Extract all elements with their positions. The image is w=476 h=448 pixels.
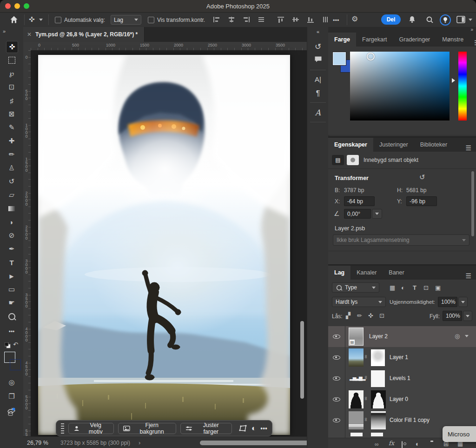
clone-stamp-tool[interactable]: ♙	[6, 162, 17, 174]
eraser-tool[interactable]: ▱	[6, 189, 17, 201]
history-panel-icon[interactable]: ↺	[307, 42, 329, 52]
dodge-tool[interactable]: ⊘	[6, 230, 17, 241]
layer-row-layer0[interactable]: ∞ Layer 0	[328, 389, 476, 410]
tab-lag[interactable]: Lag	[328, 266, 350, 280]
move-tool[interactable]: ✜	[6, 41, 18, 53]
layer-name[interactable]: Layer 2	[369, 333, 388, 340]
visibility-eye-icon[interactable]	[333, 418, 340, 422]
auto-select-dropdown[interactable]: Lag	[111, 15, 141, 25]
system-notification-tooltip[interactable]: Microso	[443, 426, 476, 442]
transform-icon[interactable]	[239, 425, 247, 432]
blend-mode-dropdown[interactable]: Hardt lys	[332, 297, 386, 307]
hue-slider-arrow[interactable]	[452, 78, 455, 83]
layer-thumbnail[interactable]: ▤	[349, 328, 364, 346]
properties-scrollbar[interactable]	[471, 171, 474, 236]
default-colors-icon[interactable]	[5, 342, 11, 348]
eyedropper-tool[interactable]: ✎	[6, 122, 17, 133]
shape-tool[interactable]: ▭	[6, 284, 17, 295]
layer-expand-chevron-icon[interactable]	[465, 335, 469, 337]
angle-dropdown[interactable]	[372, 209, 382, 219]
lock-pixels-icon[interactable]: ✏	[357, 312, 362, 319]
discover-lightbulb-icon[interactable]	[440, 14, 451, 26]
brush-tool[interactable]: ✏	[6, 149, 17, 160]
tab-justeringer[interactable]: Justeringer	[373, 138, 414, 152]
background-color-swatch[interactable]	[10, 359, 21, 370]
notifications-bell-icon[interactable]	[408, 15, 416, 24]
collapse-tools-icon[interactable]: »	[3, 29, 6, 34]
taskbar-drag-handle[interactable]	[61, 423, 64, 434]
reset-transform-icon[interactable]: ↺	[419, 174, 425, 181]
document-tab[interactable]: ✕ Tym.psd @ 26,8 % (Layer 2, RGB/16*) *	[23, 27, 145, 42]
fill-dropdown[interactable]	[463, 311, 472, 321]
remove-background-button[interactable]: Fjern bakgrunn	[118, 423, 176, 434]
adjustment-mask-thumbnail[interactable]	[371, 370, 385, 387]
visibility-eye-icon[interactable]	[333, 376, 340, 381]
smart-filter-icon[interactable]: ◎	[455, 333, 460, 340]
layer-row-layer1[interactable]: ∞ Layer 1	[328, 347, 476, 368]
angle-input[interactable]: 0,00°	[344, 209, 371, 219]
adjustment-icon[interactable]: ◐	[251, 424, 256, 433]
pen-tool[interactable]: ✒	[6, 243, 17, 254]
saturation-brightness-field[interactable]	[350, 52, 450, 120]
zoom-level[interactable]: 26,79 %	[27, 440, 48, 446]
filter-pixel-layers-icon[interactable]: ▦	[390, 284, 395, 291]
hand-tool[interactable]: ☛	[6, 297, 17, 308]
tab-egenskaper[interactable]: Egenskaper	[328, 138, 373, 152]
type-tool[interactable]: T	[6, 257, 17, 268]
align-bottom-icon[interactable]	[307, 16, 314, 23]
canvas-vertical-scrollbar[interactable]	[300, 321, 304, 399]
home-icon[interactable]	[9, 15, 19, 24]
crop-tool[interactable]: ♯	[6, 95, 17, 106]
x-input[interactable]: -64 bp	[344, 196, 375, 206]
marquee-tool[interactable]	[6, 54, 17, 66]
layer-styles-fx-icon[interactable]: fx	[389, 440, 394, 447]
opacity-value[interactable]: 100%	[438, 297, 457, 307]
panel-menu-icon[interactable]: ☰	[461, 272, 476, 280]
show-transform-checkbox[interactable]	[148, 17, 154, 23]
smart-object-badge-icon[interactable]: ▤	[332, 155, 344, 165]
opacity-dropdown[interactable]	[458, 297, 468, 307]
blur-tool[interactable]: ◗	[6, 216, 17, 227]
move-tool-icon[interactable]: ✜	[29, 16, 35, 23]
filter-type-layers-icon[interactable]: T	[413, 284, 416, 291]
share-document-icon[interactable]	[7, 408, 16, 416]
visibility-eye-icon[interactable]	[333, 397, 340, 401]
align-right-icon[interactable]	[243, 16, 250, 23]
canvas-artwork[interactable]	[38, 55, 290, 435]
hue-slider[interactable]	[458, 52, 467, 120]
layer-thumbnail[interactable]	[349, 390, 364, 408]
layer-row-layer2[interactable]: ▤ Layer 2 ◎	[328, 326, 476, 348]
align-middle-vertical-icon[interactable]	[292, 16, 299, 23]
tab-graderinger[interactable]: Graderinger	[393, 33, 436, 47]
link-layers-icon[interactable]: ∞	[375, 441, 379, 448]
collapse-panels-icon[interactable]: »	[470, 27, 473, 32]
layer-name[interactable]: Color Fill 1 copy	[390, 417, 430, 423]
close-tab-icon[interactable]: ✕	[27, 31, 32, 38]
align-center-horizontal-icon[interactable]	[228, 16, 235, 23]
layer-name[interactable]: Layer 1	[390, 354, 408, 361]
swap-colors-icon[interactable]: ↶	[13, 341, 18, 348]
align-top-icon[interactable]	[277, 16, 284, 23]
foreground-color-swatch-panel[interactable]	[333, 52, 346, 65]
zoom-tool[interactable]	[6, 311, 17, 322]
mask-link-icon[interactable]: ∞	[364, 397, 369, 401]
tool-preset-chevron-icon[interactable]	[39, 19, 43, 21]
visibility-eye-icon[interactable]	[333, 355, 340, 360]
comments-panel-icon[interactable]	[314, 56, 322, 63]
path-select-tool[interactable]: ►	[6, 270, 17, 281]
new-adjustment-layer-icon[interactable]: ◐	[416, 440, 419, 448]
filter-smart-object-icon[interactable]: ▣	[435, 284, 441, 291]
filter-shape-layers-icon[interactable]: ⊡	[423, 284, 429, 291]
expand-dock-icon[interactable]: «	[307, 29, 329, 34]
levels-histogram-icon[interactable]: ▂▅▃▆▂	[350, 375, 365, 381]
horizontal-ruler[interactable]: 0500100015002000250030003500	[31, 42, 307, 51]
align-left-icon[interactable]	[213, 16, 220, 23]
distribute-vertical-icon[interactable]	[322, 16, 329, 23]
paragraph-panel-icon[interactable]: ¶	[307, 89, 329, 98]
workspace-switcher-icon[interactable]	[456, 16, 465, 23]
gear-icon[interactable]: ⚙	[351, 15, 358, 23]
layer-thumbnail[interactable]	[349, 348, 364, 367]
layer-filter-dropdown[interactable]: Type	[332, 282, 379, 293]
screen-mode-icon[interactable]: ❐	[6, 391, 17, 402]
tab-fargekart[interactable]: Fargekart	[356, 33, 393, 47]
